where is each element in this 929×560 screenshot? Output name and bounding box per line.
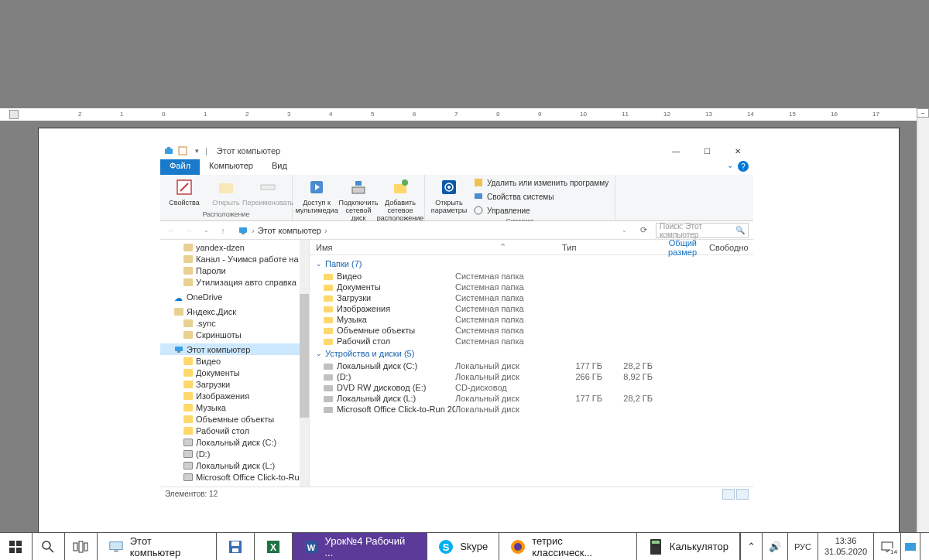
forward-button[interactable]: →	[182, 224, 196, 237]
uninstall-button[interactable]: Удалить или изменить программу	[471, 176, 610, 189]
tree-item[interactable]: ☁OneDrive	[160, 291, 309, 302]
search-button[interactable]	[33, 533, 65, 560]
tree-item[interactable]: Видео	[160, 355, 309, 367]
group-folders[interactable]: ⌄Папки (7)	[310, 257, 753, 271]
list-item[interactable]: ДокументыСистемная папка	[310, 282, 753, 292]
media-access-button[interactable]: Доступ к мультимедиа	[297, 176, 336, 214]
tray-desktop-peek-icon[interactable]	[900, 533, 920, 560]
view-details-button[interactable]	[722, 489, 735, 500]
col-free[interactable]: Свободно	[703, 243, 753, 252]
search-icon: 🔍	[735, 226, 745, 234]
tree-item[interactable]: Изображения	[160, 390, 309, 401]
group-devices[interactable]: ⌄Устройства и диски (5)	[310, 347, 753, 360]
taskbar-app[interactable]: тетрис классическ...	[499, 533, 637, 560]
tree-item[interactable]: Канал - Учимся работе на компьютере осно…	[160, 253, 309, 265]
help-icon[interactable]: ?	[738, 161, 749, 172]
list-item[interactable]: Рабочий столСистемная папка	[310, 336, 753, 347]
navigation-pane[interactable]: yandex-dzenКанал - Учимся работе на комп…	[160, 240, 310, 487]
breadcrumb[interactable]: › Этот компьютер ›	[233, 225, 614, 236]
refresh-button[interactable]: ⟳	[634, 225, 653, 235]
split-window-button[interactable]: –	[917, 108, 929, 118]
tree-item[interactable]: Утилизация авто справка	[160, 276, 309, 288]
recent-dropdown[interactable]: ⌄	[199, 224, 213, 237]
sidebar-scrollbar[interactable]	[300, 240, 309, 487]
col-type[interactable]: Тип	[556, 243, 649, 252]
tray-volume[interactable]: 🔊	[762, 533, 787, 560]
word-icon: W	[303, 539, 319, 555]
list-item[interactable]: Microsoft Office Click-to-Run 2010 (защи…	[310, 404, 753, 415]
list-item[interactable]: DVD RW дисковод (E:)CD-дисковод	[310, 382, 753, 393]
file-list[interactable]: ⌄Папки (7)ВидеоСистемная папкаДокументыС…	[310, 255, 753, 487]
list-item[interactable]: ВидеоСистемная папка	[310, 271, 753, 282]
close-button[interactable]: ✕	[722, 142, 753, 159]
tree-item[interactable]: Загрузки	[160, 378, 309, 390]
add-netloc-button[interactable]: Добавить сетевое расположение	[381, 176, 420, 222]
search-input[interactable]: Поиск: Этот компьютер 🔍	[656, 223, 749, 238]
start-button[interactable]	[0, 533, 33, 560]
minimize-ribbon-icon[interactable]: ⌄	[727, 161, 733, 172]
tree-item[interactable]: Рабочий стол	[160, 425, 309, 436]
tab-file[interactable]: Файл	[160, 159, 200, 175]
minimize-button[interactable]: —	[660, 142, 691, 159]
svg-rect-23	[324, 285, 333, 291]
tree-item[interactable]: Пароли	[160, 265, 309, 276]
properties-button[interactable]: Свойства	[165, 176, 204, 207]
list-item[interactable]: МузыкаСистемная папка	[310, 314, 753, 325]
maximize-button[interactable]: ☐	[691, 142, 722, 159]
list-item[interactable]: ИзображенияСистемная папка	[310, 303, 753, 314]
list-item[interactable]: Объемные объектыСистемная папка	[310, 325, 753, 336]
taskbar-app[interactable]: X	[255, 533, 293, 560]
tray-overflow[interactable]: ⌃	[740, 533, 762, 560]
tree-item[interactable]: Локальный диск (C:)	[160, 436, 309, 448]
svg-point-11	[402, 179, 408, 186]
manage-button[interactable]: Управление	[471, 204, 610, 217]
tab-stop-selector[interactable]	[9, 110, 19, 119]
tab-view[interactable]: Вид	[262, 159, 297, 175]
tree-item[interactable]: Этот компьютер	[160, 343, 309, 355]
col-name[interactable]: Имя	[310, 243, 449, 252]
taskbar-app[interactable]: Калькулятор	[637, 533, 740, 560]
tray-notifications[interactable]: 14	[873, 533, 900, 560]
tab-computer[interactable]: Компьютер	[200, 159, 262, 175]
list-item[interactable]: Локальный диск (C:)Локальный диск177 ГБ2…	[310, 360, 753, 371]
tree-item[interactable]: Локальный диск (L:)	[160, 459, 309, 471]
tree-item[interactable]: yandex-dzen	[160, 241, 309, 253]
svg-rect-30	[324, 374, 333, 381]
open-button: Открыть	[207, 176, 245, 207]
tray-clock[interactable]: 13:36 31.05.2020	[818, 533, 873, 560]
view-large-button[interactable]	[736, 489, 749, 500]
map-drive-button[interactable]: Подключить сетевой диск	[339, 176, 378, 222]
tree-item[interactable]: Объемные объекты	[160, 413, 309, 425]
back-button[interactable]: ←	[165, 224, 179, 237]
taskbar-app[interactable]: SSkype	[427, 533, 499, 560]
tree-item[interactable]: Документы	[160, 367, 309, 378]
qat-dropdown-icon[interactable]: ▾	[191, 145, 202, 156]
word-vertical-scrollbar[interactable]: –	[917, 108, 929, 532]
column-headers[interactable]: Имя ⌃ Тип Общий размер Свободно	[310, 240, 753, 255]
system-props-button[interactable]: Свойства системы	[471, 190, 610, 203]
task-view-button[interactable]	[65, 533, 98, 560]
tray-language[interactable]: РУС	[787, 533, 818, 560]
col-size[interactable]: Общий размер	[649, 240, 703, 257]
tree-item[interactable]: Яндекс.Диск	[160, 306, 309, 317]
tree-item[interactable]: Музыка	[160, 401, 309, 413]
address-dropdown[interactable]: ⌄	[617, 224, 631, 237]
taskbar-app[interactable]: WУрок№4 Рабочий ...	[293, 533, 428, 560]
taskbar-app[interactable]: Этот компьютер	[98, 533, 217, 560]
up-button[interactable]: ↑	[216, 224, 230, 237]
tree-item[interactable]: Скриншоты	[160, 329, 309, 340]
qat-properties-icon[interactable]	[177, 145, 188, 156]
svg-rect-4	[219, 183, 233, 193]
svg-rect-44	[114, 550, 118, 551]
taskbar-app[interactable]	[217, 533, 255, 560]
open-settings-button[interactable]: Открыть параметры	[430, 176, 468, 214]
tree-item[interactable]: .sync	[160, 317, 309, 329]
tree-item[interactable]: Microsoft Office Click-to-Run 2010 (защи…	[160, 471, 309, 483]
firefox-icon	[510, 539, 526, 555]
list-item[interactable]: ЗагрузкиСистемная папка	[310, 292, 753, 303]
show-desktop-button[interactable]	[920, 533, 929, 560]
list-item[interactable]: Локальный диск (L:)Локальный диск177 ГБ2…	[310, 393, 753, 404]
list-item[interactable]: (D:)Локальный диск266 ГБ8,92 ГБ	[310, 371, 753, 382]
tree-item[interactable]: (D:)	[160, 448, 309, 459]
scrollbar-thumb[interactable]	[300, 294, 309, 418]
